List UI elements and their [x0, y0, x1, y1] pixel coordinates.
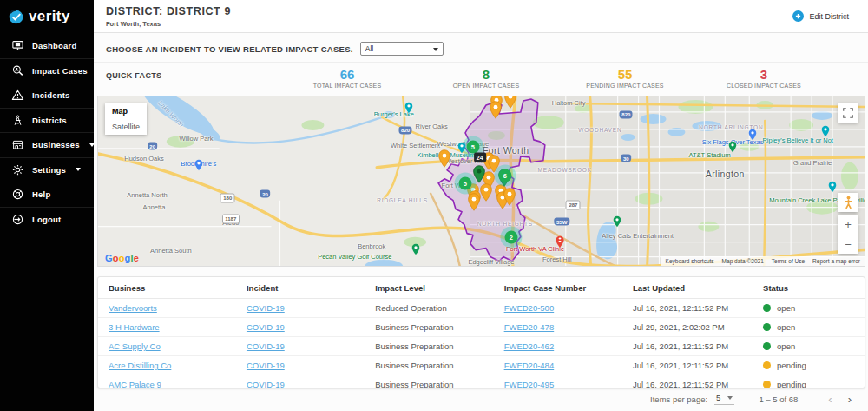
business-link[interactable]: AC Supply Co [108, 341, 161, 351]
kimbell-museum-poi[interactable] [457, 142, 466, 154]
app-window: verity DashboardImpact CasesIncidentsDis… [0, 0, 868, 411]
column-header-last-updated: Last Updated [622, 277, 753, 299]
impact-cases-table: BusinessIncidentImpact LevelImpact Case … [98, 277, 865, 388]
sidebar-item-label: Districts [32, 116, 67, 125]
att-stadium-poi[interactable] [728, 141, 737, 153]
next-page-button[interactable]: › [840, 394, 859, 405]
incident-select[interactable]: All [360, 42, 444, 56]
incidents-icon [11, 89, 24, 102]
sidebar-item-label: Settings [32, 165, 66, 175]
mountain-creek-poi[interactable] [828, 181, 837, 193]
marker-cluster[interactable]: 5 [466, 141, 479, 154]
district-map[interactable]: Lake WorthHudson OaksWillow ParkAnnetta … [97, 96, 865, 267]
incident-link[interactable]: COVID-19 [247, 341, 285, 351]
incident-select-value: All [365, 44, 373, 53]
sidebar-item-incidents[interactable]: Incidents [0, 83, 94, 108]
divider [94, 62, 868, 63]
edit-district-button[interactable]: Edit District [787, 10, 854, 23]
table-row: VandervoortsCOVID-19Reduced OperationFWE… [98, 299, 865, 318]
impact-cases-table-card: BusinessIncidentImpact LevelImpact Case … [97, 276, 865, 388]
lake-park-poi[interactable] [613, 215, 621, 228]
map-type-satellite-button[interactable]: Satellite [105, 119, 147, 135]
impact-case-link[interactable]: FWED20-495 [504, 380, 555, 388]
marker-cluster[interactable]: 2 [504, 231, 517, 244]
zoom-out-button[interactable]: − [838, 235, 858, 255]
incident-picker-label: CHOOSE AN INCIDENT TO VIEW RELATED IMPAC… [106, 44, 353, 54]
hospital-poi[interactable] [555, 235, 564, 249]
attribution-keyboard-shortcuts[interactable]: Keyboard shortcuts [666, 258, 714, 264]
table-row: AC Supply CoCOVID-19Business Preparation… [98, 337, 865, 356]
incident-link[interactable]: COVID-19 [247, 361, 285, 370]
impact-case-marker[interactable] [472, 165, 485, 183]
sidebar-item-districts[interactable]: Districts [0, 108, 94, 133]
zoom-in-button[interactable]: + [838, 215, 858, 235]
items-per-page-select[interactable]: 5 [714, 393, 734, 405]
stat-label: PENDING IMPACT CASES [556, 83, 694, 89]
sidebar-item-help[interactable]: Help [0, 182, 94, 207]
map-type-map-button[interactable]: Map [105, 103, 147, 119]
incident-link[interactable]: COVID-19 [247, 303, 285, 313]
highway-shield: 35W [555, 218, 569, 226]
status-label: open [777, 322, 795, 332]
fullscreen-button[interactable] [838, 103, 858, 123]
pecan-valley-poi[interactable] [411, 243, 420, 255]
marker-cluster[interactable]: 5 [458, 177, 471, 190]
impact-cases-icon [11, 64, 24, 77]
brand-name: verity [29, 8, 70, 25]
impact-case-link[interactable]: FWED20-500 [504, 303, 555, 313]
highway-shield: 20 [260, 190, 271, 198]
business-link[interactable]: AMC Palace 9 [108, 380, 161, 388]
marker-count-badge[interactable]: 24 [474, 153, 486, 162]
previous-page-button[interactable]: ‹ [820, 394, 839, 405]
google-logo: Google [105, 253, 139, 263]
impact-case-marker[interactable] [467, 193, 480, 211]
impact-case-link[interactable]: FWED20-478 [504, 322, 555, 332]
highway-shield: 30 [621, 155, 632, 162]
impact-case-link[interactable]: FWED20-484 [504, 361, 555, 370]
sidebar-item-label: Help [32, 189, 50, 199]
impact-case-marker[interactable] [438, 149, 451, 168]
highway-shield: 820 [620, 110, 633, 118]
status-label: open [777, 341, 795, 351]
quick-facts-stats: 66TOTAL IMPACT CASES8OPEN IMPACT CASES55… [278, 67, 833, 89]
stat-value: 3 [694, 67, 833, 82]
street-view-pegman-button[interactable] [838, 193, 858, 212]
business-link[interactable]: 3 H Hardware [108, 322, 160, 332]
items-per-page-value: 5 [716, 393, 720, 402]
sidebar-item-impact-cases[interactable]: Impact Cases [0, 58, 94, 83]
impact-case-link[interactable]: FWED20-462 [504, 341, 555, 351]
marker-cluster[interactable]: 6 [498, 169, 511, 182]
sidebar-item-settings[interactable]: Settings [0, 157, 94, 182]
highway-shield: 180 [220, 193, 235, 202]
sidebar-item-logout[interactable]: Logout [0, 207, 94, 232]
items-per-page-label: Items per page: [650, 394, 707, 404]
attribution-terms-of-use[interactable]: Terms of Use [772, 258, 805, 264]
impact-case-marker[interactable] [479, 183, 492, 202]
help-icon [11, 188, 24, 201]
ripleys-poi[interactable] [821, 125, 830, 137]
impact-case-marker[interactable] [504, 96, 517, 109]
impact-case-marker[interactable] [490, 101, 503, 119]
stat-label: CLOSED IMPACT CASES [694, 83, 833, 89]
impact-case-marker[interactable] [503, 188, 516, 206]
last-updated: Jul 16, 2021, 12:11:52 PM [633, 380, 728, 388]
impact-level: Reduced Operation [375, 303, 446, 313]
page-header: DISTRICT: DISTRICT 9 Fort Worth, Texas E… [94, 0, 868, 33]
business-link[interactable]: Acre Distilling Co [108, 361, 171, 370]
attribution-report-a-map-error[interactable]: Report a map error [812, 258, 860, 264]
six-flags-poi[interactable] [748, 129, 757, 141]
business-link[interactable]: Vandervoorts [108, 303, 157, 313]
stat-open-impact-cases: 8OPEN IMPACT CASES [417, 67, 556, 89]
highway-shield: 820 [399, 126, 412, 134]
brookshires-poi[interactable] [194, 159, 203, 171]
incident-link[interactable]: COVID-19 [247, 322, 285, 332]
sidebar-item-dashboard[interactable]: Dashboard [0, 33, 94, 58]
stat-value: 8 [417, 67, 556, 82]
map-zoom-control: + − [838, 215, 858, 254]
incident-link[interactable]: COVID-19 [247, 380, 285, 388]
brand-logo: verity [0, 0, 94, 33]
burgers-lake-poi[interactable] [404, 102, 413, 114]
sidebar-item-businesses[interactable]: Businesses [0, 132, 94, 157]
last-updated: Jul 16, 2021, 12:11:52 PM [633, 361, 728, 370]
status-label: open [777, 303, 795, 313]
